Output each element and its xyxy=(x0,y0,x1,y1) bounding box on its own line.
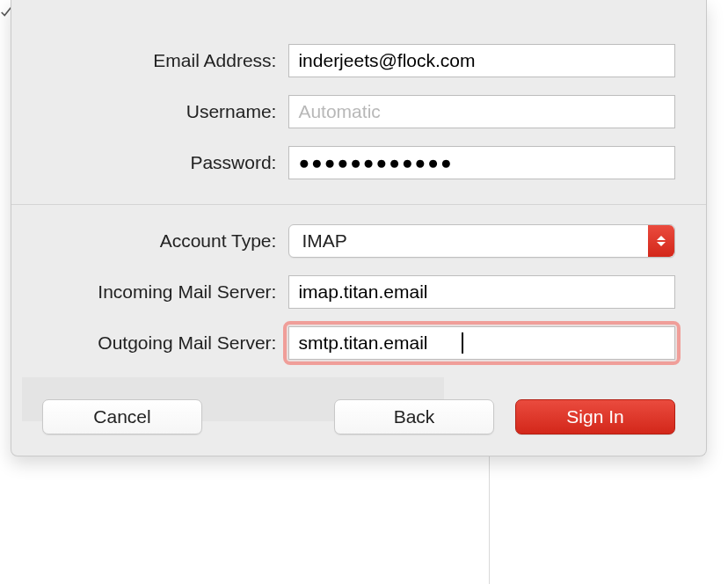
button-bar: Cancel Back Sign In xyxy=(42,399,675,434)
password-label: Password: xyxy=(42,152,288,173)
background-divider xyxy=(489,456,490,584)
outgoing-server-label: Outgoing Mail Server: xyxy=(42,332,288,354)
email-address-input[interactable] xyxy=(288,44,675,77)
incoming-server-input[interactable] xyxy=(288,275,675,309)
username-label: Username: xyxy=(42,101,288,122)
account-type-select[interactable]: IMAP xyxy=(288,224,675,258)
username-input[interactable] xyxy=(288,95,675,128)
incoming-server-label: Incoming Mail Server: xyxy=(42,281,288,303)
updown-stepper-icon xyxy=(648,225,674,257)
account-type-value: IMAP xyxy=(289,230,674,252)
credentials-section: Email Address: Username: Password: xyxy=(11,0,706,205)
cancel-button[interactable]: Cancel xyxy=(42,399,202,434)
password-input[interactable] xyxy=(288,146,675,179)
signin-button[interactable]: Sign In xyxy=(515,399,675,434)
email-label: Email Address: xyxy=(42,50,288,71)
account-type-label: Account Type: xyxy=(42,230,288,252)
text-cursor xyxy=(462,332,463,354)
account-setup-sheet: Email Address: Username: Password: Accou… xyxy=(11,0,707,456)
outgoing-server-input[interactable] xyxy=(288,326,675,360)
back-button[interactable]: Back xyxy=(334,399,494,434)
